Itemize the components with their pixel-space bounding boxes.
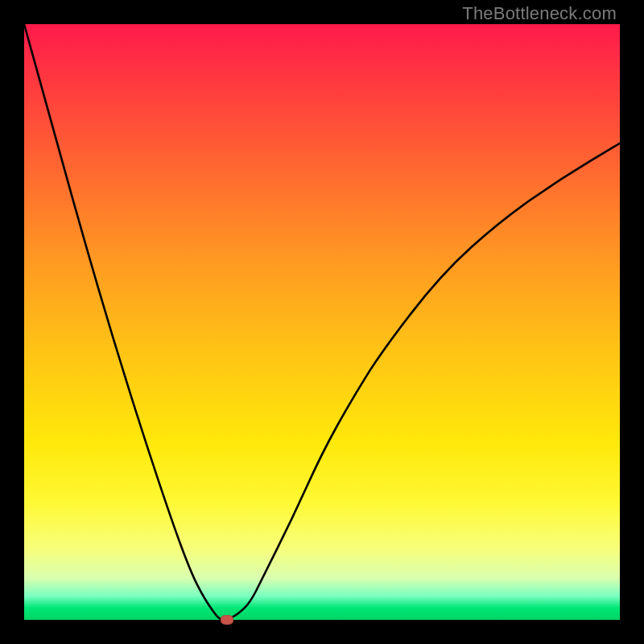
- chart-frame: TheBottleneck.com: [0, 0, 644, 644]
- curve-svg: [24, 24, 620, 620]
- minimum-marker: [221, 615, 233, 625]
- plot-area: [24, 24, 620, 620]
- bottleneck-curve: [24, 24, 620, 620]
- watermark-text: TheBottleneck.com: [462, 3, 617, 24]
